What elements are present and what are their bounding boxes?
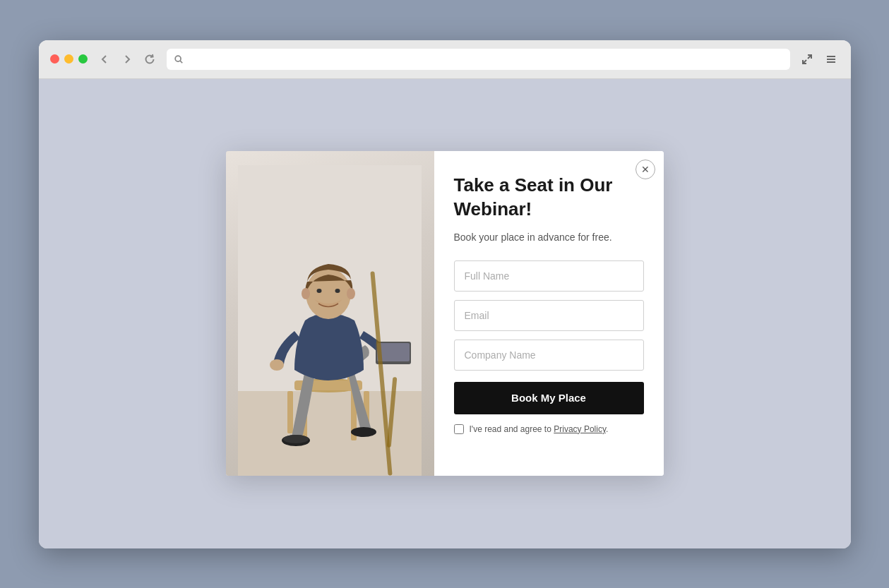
modal: ✕ Take a Seat in Our Webinar! Book your … [226, 151, 664, 476]
browser-actions [799, 51, 840, 68]
svg-point-26 [302, 288, 310, 299]
modal-image-inner [226, 151, 434, 476]
privacy-label: I've read and agree to Privacy Policy. [470, 424, 609, 434]
full-name-input[interactable] [454, 260, 644, 292]
modal-image-panel [226, 151, 434, 476]
svg-point-27 [347, 288, 355, 299]
privacy-checkbox[interactable] [454, 424, 464, 434]
privacy-suffix: . [606, 424, 608, 434]
search-icon [174, 54, 184, 64]
page-background: ✕ Take a Seat in Our Webinar! Book your … [39, 79, 851, 548]
email-group [454, 300, 644, 331]
minimize-traffic-light[interactable] [64, 54, 73, 64]
submit-button[interactable]: Book My Place [454, 382, 644, 414]
privacy-text: I've read and agree to [470, 424, 554, 434]
svg-point-25 [335, 289, 340, 293]
close-button[interactable]: ✕ [636, 160, 655, 179]
reload-button[interactable] [141, 51, 158, 68]
svg-point-0 [175, 56, 181, 61]
close-traffic-light[interactable] [50, 54, 59, 64]
svg-point-24 [317, 289, 322, 293]
browser-window: ✕ Take a Seat in Our Webinar! Book your … [39, 40, 851, 548]
forward-button[interactable] [119, 51, 136, 68]
browser-chrome [39, 40, 851, 79]
svg-point-19 [270, 359, 284, 371]
browser-nav [96, 51, 158, 68]
svg-point-18 [351, 427, 376, 437]
svg-line-1 [179, 60, 181, 62]
svg-rect-11 [287, 391, 293, 433]
full-name-group [454, 260, 644, 292]
address-bar[interactable] [167, 49, 790, 70]
submit-label: Book My Place [511, 392, 586, 404]
email-input[interactable] [454, 300, 644, 331]
privacy-row: I've read and agree to Privacy Policy. [454, 424, 644, 434]
privacy-policy-link[interactable]: Privacy Policy [554, 424, 606, 434]
modal-form-panel: ✕ Take a Seat in Our Webinar! Book your … [434, 151, 664, 476]
modal-title: Take a Seat in Our Webinar! [454, 174, 644, 222]
modal-subtitle: Book your place in advance for free. [454, 230, 644, 245]
svg-point-17 [283, 435, 309, 443]
url-input[interactable] [189, 54, 783, 64]
person-illustration [238, 165, 422, 476]
back-button[interactable] [96, 51, 113, 68]
traffic-lights [50, 54, 88, 64]
company-name-group [454, 340, 644, 371]
maximize-traffic-light[interactable] [78, 54, 88, 64]
menu-button[interactable] [823, 51, 840, 68]
expand-button[interactable] [799, 51, 816, 68]
company-name-input[interactable] [454, 340, 644, 371]
browser-content: ✕ Take a Seat in Our Webinar! Book your … [39, 79, 851, 548]
close-icon: ✕ [641, 164, 650, 175]
modal-overlay: ✕ Take a Seat in Our Webinar! Book your … [39, 79, 851, 548]
